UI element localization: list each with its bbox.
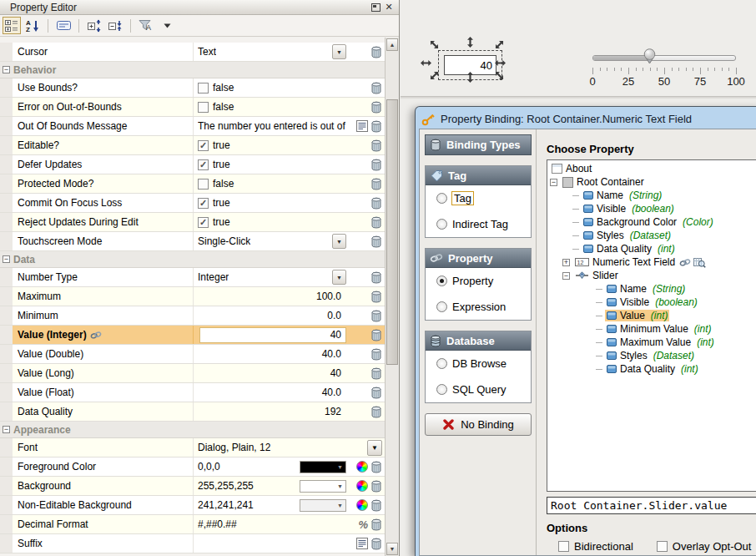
resize-handle-right[interactable]	[495, 58, 506, 68]
option-bidirectional[interactable]: Bidirectional	[558, 540, 633, 553]
tree-node-name[interactable]: Name (String)	[547, 282, 756, 296]
binding-icon[interactable]	[370, 387, 382, 399]
resize-handle-top[interactable]	[465, 37, 476, 48]
color-swatch-dropdown[interactable]: ▼	[300, 480, 346, 493]
property-row-maximum[interactable]: Maximum 100.0	[0, 287, 385, 306]
binding-icon[interactable]	[370, 291, 382, 303]
tree-node-root-container[interactable]: − Root Container	[547, 175, 756, 189]
binding-icon[interactable]	[370, 538, 382, 550]
radio-option-sql-query[interactable]: SQL Query	[426, 377, 531, 402]
radio-option-expression[interactable]: Expression	[426, 294, 531, 320]
property-row-use-bounds[interactable]: Use Bounds? false	[0, 78, 385, 98]
text-editor-icon[interactable]	[356, 120, 368, 132]
binding-icon[interactable]	[370, 235, 382, 248]
checkbox[interactable]	[198, 179, 209, 190]
property-row-reject-updates-during-edit[interactable]: Reject Updates During Edit ✓true	[0, 213, 385, 232]
tree-node-visible[interactable]: Visible (boolean)	[547, 202, 756, 215]
binding-icon[interactable]	[370, 461, 382, 473]
property-row-out-of-bounds-message[interactable]: Out Of Bounds Message The number you ent…	[0, 117, 385, 136]
binding-icon[interactable]	[370, 82, 382, 94]
binding-icon[interactable]	[370, 120, 382, 133]
binding-icon[interactable]	[370, 348, 382, 361]
property-path-field[interactable]: Root Container.Slider.value	[547, 497, 756, 514]
binding-icon[interactable]	[370, 329, 382, 341]
collapse-all-button[interactable]	[106, 17, 124, 34]
tree-node-value[interactable]: Value (int)	[547, 309, 756, 322]
binding-icon[interactable]	[370, 518, 382, 531]
collapse-icon[interactable]: −	[550, 179, 557, 186]
binding-icon[interactable]	[370, 101, 382, 114]
close-panel-icon[interactable]: ✕	[382, 2, 396, 13]
no-binding-button[interactable]: No Binding	[425, 413, 532, 436]
float-panel-button[interactable]	[369, 2, 382, 13]
binding-icon[interactable]	[370, 499, 382, 512]
checkbox[interactable]	[558, 541, 569, 552]
scroll-up-icon[interactable]: ▲	[386, 38, 398, 51]
tree-node-about[interactable]: About	[547, 162, 756, 175]
category-row-appearance[interactable]: − Appearance	[0, 422, 385, 438]
radio-option-property[interactable]: Property	[426, 268, 531, 294]
property-row-data-quality[interactable]: Data Quality 192	[0, 402, 385, 422]
binding-icon[interactable]	[370, 216, 382, 229]
number-format-icon[interactable]: %	[358, 518, 368, 531]
resize-handle-bottom-right[interactable]	[494, 70, 505, 81]
value-edit-field[interactable]: 40	[199, 327, 346, 343]
tree-node-visible[interactable]: Visible (boolean)	[547, 296, 756, 309]
property-row-font[interactable]: Font Dialog, Plain, 12 ▼	[0, 438, 385, 457]
category-row-data[interactable]: − Data	[0, 251, 385, 268]
tree-node-numeric-text-field[interactable]: + 12Numeric Text Field	[547, 255, 756, 269]
binding-icon[interactable]	[370, 310, 382, 322]
sort-alpha-button[interactable]: AZ	[23, 17, 42, 34]
dropdown-button[interactable]: ▼	[332, 234, 346, 249]
radio-option-indirect-tag[interactable]: Indirect Tag	[426, 211, 531, 237]
property-editor-scrollbar[interactable]: ▲ ▼	[385, 38, 399, 556]
property-row-suffix[interactable]: Suffix	[0, 534, 385, 553]
tree-node-data-quality[interactable]: Data Quality (int)	[547, 242, 756, 255]
radio-option-db-browse[interactable]: DB Browse	[426, 351, 531, 377]
resize-handle-bottom[interactable]	[465, 72, 476, 83]
property-row-touchscreen-mode[interactable]: Touchscreen Mode Single-Click▼	[0, 232, 385, 251]
dropdown-button[interactable]: ▼	[332, 270, 346, 285]
expand-icon[interactable]: +	[562, 259, 570, 266]
binding-icon[interactable]	[370, 159, 382, 171]
scroll-down-icon[interactable]: ▼	[386, 543, 398, 555]
tree-node-data-quality[interactable]: Data Quality (int)	[547, 362, 756, 376]
slider-track[interactable]	[592, 55, 736, 61]
property-row-value-double[interactable]: Value (Double) 40.0	[0, 345, 385, 364]
property-row-protected-mode[interactable]: Protected Mode? false	[0, 174, 385, 194]
binding-icon[interactable]	[370, 406, 382, 418]
collapse-icon[interactable]: −	[3, 66, 10, 73]
property-row-decimal-format[interactable]: Decimal Format #,##0.## %	[0, 515, 385, 534]
resize-handle-bottom-left[interactable]	[429, 70, 440, 81]
tree-node-slider[interactable]: − Slider	[547, 269, 756, 282]
scrollbar-thumb[interactable]	[386, 99, 398, 365]
slider-component[interactable]: 0255075100	[591, 48, 739, 91]
radio-button[interactable]	[436, 275, 447, 286]
checkbox[interactable]: ✓	[198, 140, 209, 151]
radio-button[interactable]	[436, 358, 447, 369]
collapse-icon[interactable]: −	[562, 272, 570, 280]
slider-thumb[interactable]	[643, 48, 656, 67]
property-row-value-integer[interactable]: Value (Integer) 40	[0, 326, 385, 345]
show-description-button[interactable]	[54, 17, 73, 34]
property-row-foreground-color[interactable]: Foreground Color 0,0,0▼	[0, 457, 385, 477]
binding-icon[interactable]	[370, 139, 382, 152]
tree-node-name[interactable]: Name (String)	[547, 189, 756, 202]
checkbox[interactable]: ✓	[198, 198, 209, 209]
tree-node-styles[interactable]: Styles (Dataset)	[547, 349, 756, 362]
color-wheel-icon[interactable]	[356, 499, 368, 511]
checkbox[interactable]	[198, 83, 209, 94]
color-wheel-icon[interactable]	[356, 480, 368, 492]
checkbox[interactable]: ✓	[198, 159, 209, 170]
binding-icon[interactable]	[370, 480, 382, 493]
property-row-error-on-out-of-bounds[interactable]: Error on Out-of-Bounds false	[0, 98, 385, 117]
property-row-editable[interactable]: Editable? ✓true	[0, 136, 385, 155]
dropdown-caret-button[interactable]	[158, 17, 176, 34]
categorized-view-button[interactable]	[3, 17, 21, 34]
collapse-icon[interactable]: −	[3, 255, 10, 263]
tree-node-minimum-value[interactable]: Minimum Value (int)	[547, 322, 756, 336]
binding-icon[interactable]	[370, 197, 382, 210]
radio-button[interactable]	[436, 219, 447, 230]
property-row-commit-on-focus-loss[interactable]: Commit On Focus Loss ✓true	[0, 194, 385, 213]
property-row-cursor[interactable]: Cursor Text▼	[0, 43, 385, 62]
